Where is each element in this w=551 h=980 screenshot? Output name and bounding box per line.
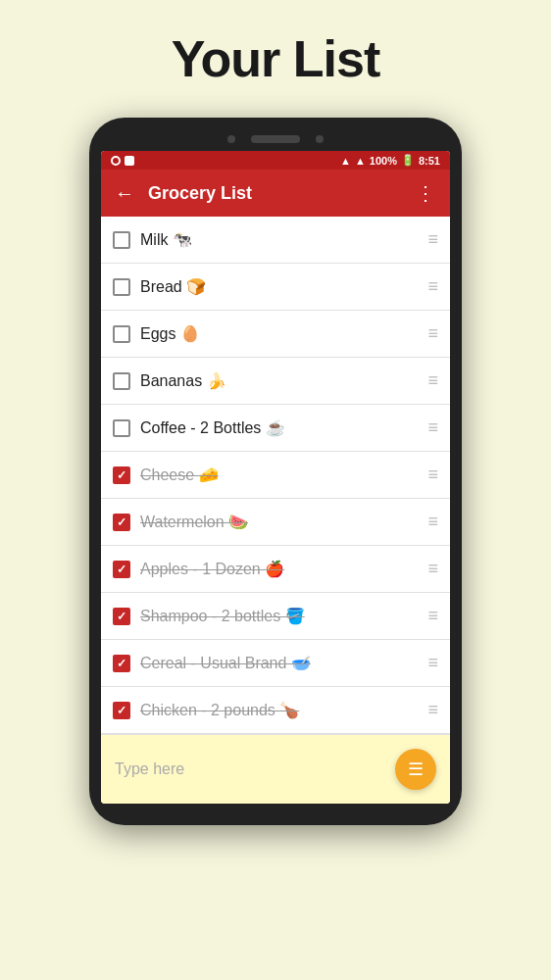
item-text-1: Milk 🐄 [140, 230, 418, 249]
drag-handle-8[interactable]: ≡ [427, 559, 438, 579]
checkbox-item-7[interactable] [113, 514, 130, 531]
item-text-10: Cereal - Usual Brand 🥣 [140, 654, 418, 672]
grocery-list: Milk 🐄≡Bread 🍞≡Eggs 🥚≡Bananas 🍌≡Coffee -… [101, 217, 450, 734]
wifi-icon: ▲ [340, 155, 351, 167]
app-bar: ← Grocery List ⋮ [101, 170, 450, 217]
input-placeholder[interactable]: Type here [115, 760, 395, 778]
drag-handle-3[interactable]: ≡ [427, 323, 438, 344]
item-text-11: Chicken - 2 pounds 🍗 [140, 701, 418, 719]
more-button[interactable]: ⋮ [416, 181, 436, 205]
drag-handle-11[interactable]: ≡ [427, 700, 438, 720]
checkbox-item-10[interactable] [113, 655, 130, 672]
list-item: Chicken - 2 pounds 🍗≡ [101, 687, 450, 734]
add-icon: ☰ [408, 759, 424, 780]
drag-handle-5[interactable]: ≡ [427, 417, 438, 438]
status-right: ▲ ▲ 100% 🔋 8:51 [340, 154, 440, 167]
list-item: Shampoo - 2 bottles 🪣≡ [101, 593, 450, 640]
list-item: Watermelon 🍉≡ [101, 499, 450, 546]
item-text-5: Coffee - 2 Bottles ☕ [140, 418, 418, 437]
item-text-9: Shampoo - 2 bottles 🪣 [140, 607, 418, 625]
drag-handle-10[interactable]: ≡ [427, 653, 438, 673]
list-item: Cereal - Usual Brand 🥣≡ [101, 640, 450, 687]
checkbox-item-6[interactable] [113, 466, 130, 484]
phone-top-bar [101, 129, 450, 151]
checkbox-item-8[interactable] [113, 561, 130, 578]
status-bar: ▲ ▲ 100% 🔋 8:51 [101, 151, 450, 170]
back-button[interactable]: ← [115, 182, 134, 205]
item-text-3: Eggs 🥚 [140, 324, 418, 343]
camera [227, 135, 235, 143]
sim-icon [125, 156, 134, 166]
list-item: Bread 🍞≡ [101, 264, 450, 311]
page-title: Your List [172, 29, 379, 88]
input-bar: Type here ☰ [101, 734, 450, 804]
phone-frame: ▲ ▲ 100% 🔋 8:51 ← Grocery List ⋮ Milk 🐄≡… [89, 118, 462, 825]
battery-pct: 100% [370, 155, 397, 167]
drag-handle-6[interactable]: ≡ [427, 465, 438, 485]
phone-bottom-bar [101, 804, 450, 813]
item-text-8: Apples - 1 Dozen 🍎 [140, 560, 418, 578]
battery-icon: 🔋 [401, 154, 415, 167]
list-item: Cheese 🧀≡ [101, 452, 450, 499]
phone-screen: ▲ ▲ 100% 🔋 8:51 ← Grocery List ⋮ Milk 🐄≡… [101, 151, 450, 804]
speaker [251, 135, 300, 143]
item-text-2: Bread 🍞 [140, 277, 418, 296]
checkbox-item-4[interactable] [113, 372, 130, 390]
status-left [111, 156, 134, 166]
drag-handle-1[interactable]: ≡ [427, 229, 438, 250]
clock: 8:51 [419, 155, 440, 167]
signal-icon: ▲ [355, 155, 366, 167]
checkbox-item-3[interactable] [113, 325, 130, 343]
drag-handle-4[interactable]: ≡ [427, 370, 438, 391]
notification-icon [111, 156, 121, 166]
item-text-6: Cheese 🧀 [140, 466, 418, 484]
list-item: Apples - 1 Dozen 🍎≡ [101, 546, 450, 593]
drag-handle-2[interactable]: ≡ [427, 276, 438, 297]
item-text-4: Bananas 🍌 [140, 371, 418, 390]
camera2 [316, 135, 324, 143]
list-item: Milk 🐄≡ [101, 217, 450, 264]
drag-handle-9[interactable]: ≡ [427, 606, 438, 626]
item-text-7: Watermelon 🍉 [140, 513, 418, 531]
list-item: Eggs 🥚≡ [101, 311, 450, 358]
checkbox-item-1[interactable] [113, 231, 130, 249]
checkbox-item-9[interactable] [113, 608, 130, 625]
list-item: Coffee - 2 Bottles ☕≡ [101, 405, 450, 452]
checkbox-item-2[interactable] [113, 278, 130, 296]
checkbox-item-5[interactable] [113, 419, 130, 437]
add-button[interactable]: ☰ [395, 749, 436, 790]
checkbox-item-11[interactable] [113, 702, 130, 719]
list-item: Bananas 🍌≡ [101, 358, 450, 405]
app-bar-title: Grocery List [148, 183, 402, 204]
drag-handle-7[interactable]: ≡ [427, 512, 438, 532]
